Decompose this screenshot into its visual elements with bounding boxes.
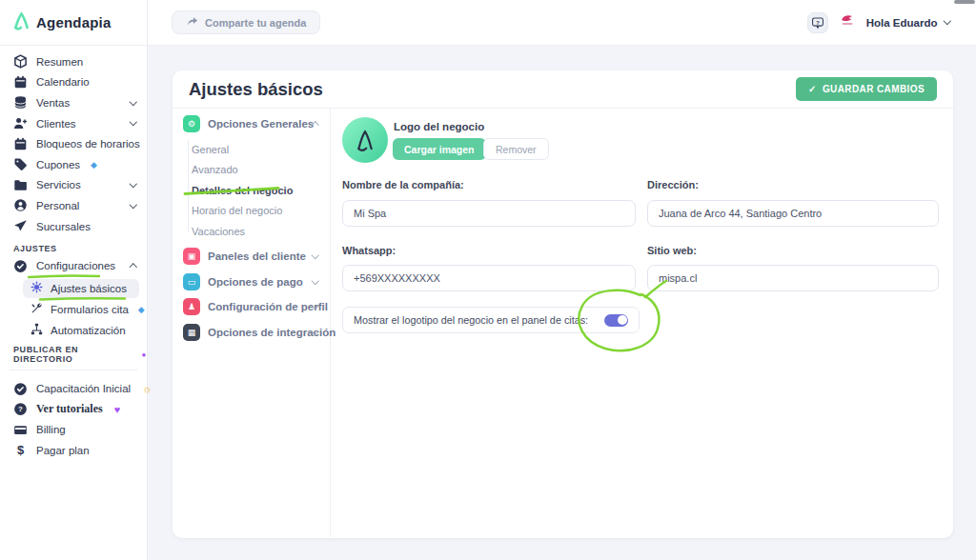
business-logo-avatar [342, 117, 388, 163]
share-arrow-icon [186, 16, 198, 30]
nav-group-paneles-del-cliente[interactable]: ▣ Paneles del cliente [173, 244, 330, 270]
sidebar-item-formularios-cita[interactable]: Formularios cita ◆ [0, 299, 147, 320]
bulb-icon: ☼ [142, 383, 152, 394]
nav-sub-detalles-del-negocio[interactable]: Detalles del negocio [192, 180, 293, 201]
sidebar-item-ventas[interactable]: Ventas [0, 92, 147, 113]
sidebar-item-label: Bloqueos de horarios [36, 138, 140, 150]
nav-sub-horario-del-negocio[interactable]: Horario del negocio [192, 201, 282, 222]
scrollbar-thumb[interactable] [954, 0, 975, 4]
save-changes-button[interactable]: ✓ GUARDAR CAMBIOS [796, 77, 937, 101]
sidebar-item-bloqueos[interactable]: Bloqueos de horarios [0, 133, 147, 154]
address-input[interactable] [647, 200, 939, 227]
sidebar-item-capacitacion[interactable]: Capacitación Inicial ☼ [0, 378, 147, 399]
folder-icon [13, 178, 28, 192]
sidebar-item-label: Personal [36, 200, 79, 211]
show-logo-toggle-row: Mostrar el logotipo del negocio en el pa… [342, 307, 640, 333]
nav-group-opciones-de-integracion[interactable]: ▦ Opciones de integración [173, 320, 330, 346]
website-input[interactable] [647, 265, 939, 291]
svg-text:?: ? [18, 406, 23, 414]
dollar-icon: $ [13, 443, 28, 457]
remove-image-button[interactable]: Remover [483, 138, 549, 160]
upload-image-button[interactable]: Cargar imagen [393, 138, 486, 160]
heart-icon: ♥ [114, 404, 121, 415]
chevron-down-icon [129, 201, 136, 209]
section-header-publicar[interactable]: PUBLICAR EN DIRECTORIO ● [0, 347, 147, 362]
sidebar-item-label: Ajustes básicos [51, 283, 127, 294]
nav-sub-avanzado[interactable]: Avanzado [192, 160, 238, 181]
gear-icon: ⚙ [183, 115, 200, 132]
sidebar-item-configuraciones[interactable]: Configuraciones [0, 255, 147, 276]
sidebar-item-cupones[interactable]: Cupones ◆ [0, 154, 147, 175]
sidebar-item-label: Resumen [36, 56, 83, 68]
show-logo-toggle-label: Mostrar el logotipo del negocio en el pa… [354, 314, 588, 326]
share-agenda-label: Comparte tu agenda [205, 17, 306, 29]
sidebar-item-label: Cupones [36, 159, 80, 170]
sidebar-item-resumen[interactable]: Resumen [0, 51, 147, 72]
gear-icon [30, 280, 43, 297]
sidebar-item-billing[interactable]: Billing [0, 420, 147, 441]
sidebar-item-automatizacion[interactable]: Automatización [0, 320, 147, 341]
tools-icon [30, 301, 43, 318]
sidebar-item-label: Automatización [51, 325, 126, 336]
tag-icon [13, 157, 28, 171]
sidebar-item-label: Ventas [36, 97, 70, 109]
sidebar-item-label: Billing [36, 424, 66, 435]
integration-icon: ▦ [183, 324, 200, 341]
settings-nav: ⚙ Opciones Generales General Avanzado De… [173, 109, 331, 537]
hierarchy-icon [30, 322, 43, 339]
sidebar-item-servicios[interactable]: Servicios [0, 175, 147, 196]
sidebar-item-calendario[interactable]: Calendario [0, 72, 147, 93]
nav-group-label: Configuración de perfil [208, 301, 328, 312]
whatsapp-label: Whatsapp: [342, 245, 396, 256]
user-circle-icon [13, 198, 28, 212]
sidebar-item-ver-tutoriales[interactable]: ? Ver tutoriales ♥ [0, 399, 147, 420]
business-details-form: Logo del negocio Cargar imagen Remover N… [331, 109, 953, 537]
greeting-label: Hola Eduardo [866, 17, 938, 29]
nav-group-configuracion-de-perfil[interactable]: ♟ Configuración de perfil [173, 294, 330, 320]
chevron-down-icon [129, 180, 136, 188]
gem-icon: ◆ [138, 305, 145, 314]
nav-group-label: Paneles del cliente [208, 250, 306, 262]
sidebar-item-clientes[interactable]: Clientes [0, 113, 147, 134]
sidebar-item-label: Clientes [36, 118, 76, 130]
chevron-down-icon [311, 276, 318, 284]
whatsapp-input[interactable] [342, 265, 636, 291]
sidebar-item-label: Formularios cita [51, 304, 129, 315]
panels-icon: ▣ [183, 248, 200, 265]
nav-sub-label: Detalles del negocio [192, 185, 293, 196]
card-header: Ajustes básicos ✓ GUARDAR CAMBIOS [173, 70, 953, 109]
gem-icon: ◆ [91, 160, 97, 170]
company-name-input[interactable] [342, 200, 636, 227]
nav-sub-label: Vacaciones [192, 226, 245, 237]
check-icon: ✓ [808, 84, 817, 94]
nav-sub-general[interactable]: General [192, 139, 229, 160]
credit-card-icon [13, 423, 28, 437]
user-menu[interactable]: Hola Eduardo [866, 17, 949, 29]
nav-group-opciones-de-pago[interactable]: ▭ Opciones de pago [173, 270, 330, 295]
chevron-up-icon [129, 264, 136, 271]
share-agenda-button[interactable]: Comparte tu agenda [172, 10, 320, 34]
agendapia-logo-icon [11, 10, 31, 36]
sidebar-item-label: Ver tutoriales [36, 402, 103, 416]
sidebar-nav: Resumen Calendario Ventas Clientes Bloqu… [0, 46, 147, 236]
nav-group-label: Opciones de pago [208, 276, 303, 288]
chevron-down-icon [129, 118, 136, 126]
sidebar-item-pagar-plan[interactable]: $ Pagar plan [0, 440, 147, 461]
nav-sub-vacaciones[interactable]: Vacaciones [192, 221, 245, 242]
help-button[interactable]: ? [807, 12, 828, 33]
nav-group-opciones-generales[interactable]: ⚙ Opciones Generales [173, 111, 330, 136]
show-logo-toggle[interactable] [604, 314, 628, 327]
nav-sub-label: Horario del negocio [192, 205, 282, 216]
partner-logo [840, 12, 855, 33]
sidebar-item-personal[interactable]: Personal [0, 195, 147, 216]
agendapia-mark-icon [351, 125, 379, 155]
chevron-down-icon [943, 17, 950, 25]
brand-name: Agendapia [36, 14, 111, 30]
company-name-label: Nombre de la compañía: [342, 179, 464, 190]
sidebar-item-ajustes-basicos[interactable]: Ajustes básicos [0, 278, 147, 299]
topbar-right: ? Hola Eduardo [807, 12, 949, 33]
user-plus-icon [13, 116, 28, 130]
sidebar-item-sucursales[interactable]: Sucursales [0, 216, 147, 237]
sidebar-item-label: Pagar plan [36, 445, 90, 456]
brand[interactable]: Agendapia [0, 0, 147, 46]
